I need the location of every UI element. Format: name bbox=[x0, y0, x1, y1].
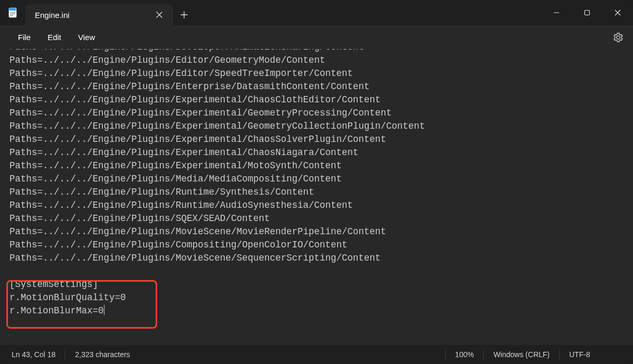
menu-file[interactable]: File bbox=[9, 30, 39, 45]
status-line-ending[interactable]: Windows (CRLF) bbox=[483, 349, 559, 360]
notepad-icon bbox=[7, 7, 18, 18]
close-window-button[interactable] bbox=[602, 0, 633, 25]
status-character-count: 2,323 characters bbox=[65, 349, 139, 360]
settings-button[interactable] bbox=[609, 28, 628, 47]
minimize-icon bbox=[553, 9, 560, 16]
notepad-window: Engine.ini File Edit View bbox=[0, 0, 633, 364]
gear-icon bbox=[613, 32, 624, 43]
status-cursor-position[interactable]: Ln 43, Col 18 bbox=[12, 349, 65, 360]
maximize-button[interactable] bbox=[572, 0, 602, 25]
tab-close-button[interactable] bbox=[152, 7, 167, 22]
minimize-button[interactable] bbox=[541, 0, 572, 25]
menu-edit[interactable]: Edit bbox=[39, 30, 70, 45]
svg-rect-7 bbox=[10, 14, 15, 14]
svg-rect-9 bbox=[585, 11, 590, 15]
svg-rect-5 bbox=[14, 8, 15, 11]
svg-rect-3 bbox=[11, 8, 12, 11]
file-tab[interactable]: Engine.ini bbox=[25, 4, 173, 25]
titlebar: Engine.ini bbox=[0, 0, 633, 25]
maximize-icon bbox=[584, 9, 590, 16]
svg-rect-6 bbox=[10, 12, 15, 13]
svg-rect-4 bbox=[13, 8, 13, 11]
close-icon bbox=[615, 9, 621, 16]
tab-title: Engine.ini bbox=[35, 11, 152, 20]
menubar: File Edit View bbox=[0, 25, 633, 49]
app-icon bbox=[0, 0, 25, 25]
status-zoom[interactable]: 100% bbox=[445, 349, 484, 360]
text-editor[interactable]: Paths=../../../Engine/Plugins/Developer/… bbox=[0, 49, 633, 345]
svg-rect-8 bbox=[10, 15, 13, 16]
close-icon bbox=[156, 12, 162, 18]
new-tab-button[interactable] bbox=[173, 4, 195, 25]
window-controls bbox=[541, 0, 633, 25]
editor-content[interactable]: Paths=../../../Engine/Plugins/Developer/… bbox=[9, 49, 633, 318]
svg-rect-2 bbox=[10, 8, 11, 11]
menu-view[interactable]: View bbox=[70, 30, 103, 45]
plus-icon bbox=[180, 11, 188, 18]
status-encoding[interactable]: UTF-8 bbox=[559, 349, 633, 360]
statusbar: Ln 43, Col 18 2,323 characters 100% Wind… bbox=[0, 345, 633, 364]
